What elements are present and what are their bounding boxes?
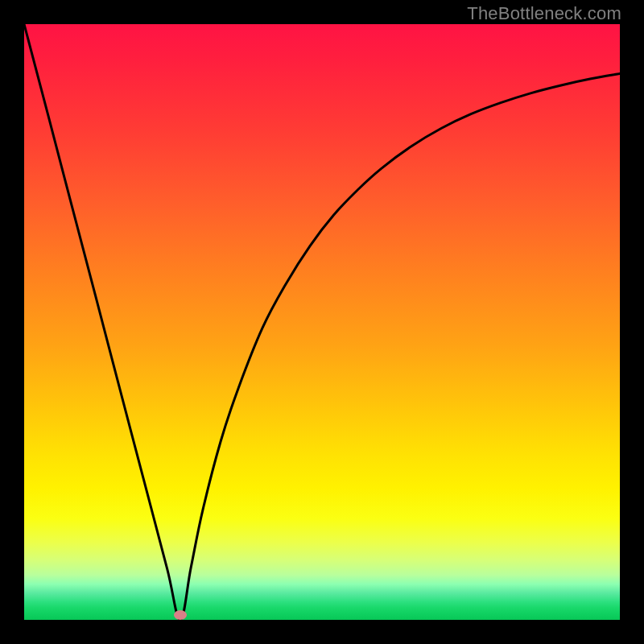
watermark-label: TheBottleneck.com	[467, 3, 621, 24]
plot-area	[24, 24, 620, 620]
chart-frame: TheBottleneck.com	[0, 0, 644, 644]
minimum-marker	[174, 610, 187, 620]
bottleneck-curve	[24, 24, 620, 620]
